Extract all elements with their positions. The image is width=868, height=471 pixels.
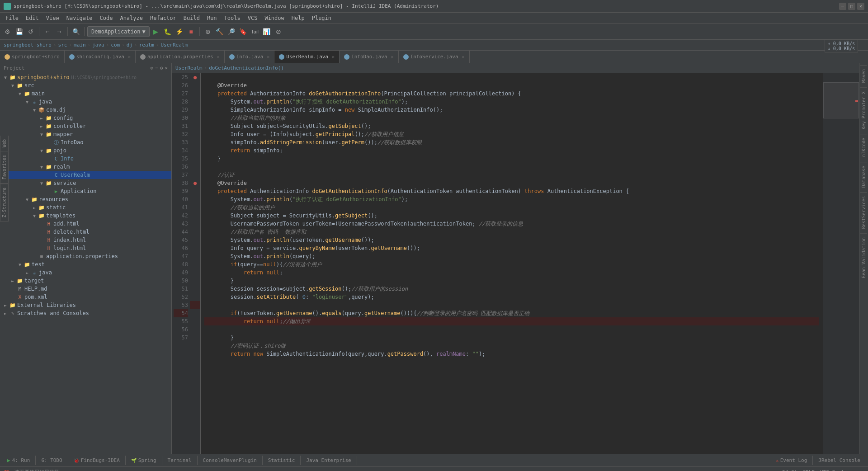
tab-infoservice[interactable]: InfoService.java ✕ bbox=[399, 51, 470, 63]
bottom-tab-statistic[interactable]: Statistic bbox=[263, 456, 301, 465]
tree-application[interactable]: ▶ Application bbox=[0, 187, 171, 195]
tree-index-html[interactable]: H index.html bbox=[0, 236, 171, 244]
stop-button[interactable]: ■ bbox=[186, 26, 197, 37]
bottom-tab-findbugs[interactable]: 🐞 FindBugs-IDEA bbox=[68, 456, 126, 465]
coverage-button[interactable]: ⊕ bbox=[203, 26, 213, 37]
tab-infodao-close[interactable]: ✕ bbox=[391, 54, 394, 59]
breadcrumb-dj[interactable]: dj bbox=[127, 42, 132, 48]
tree-infodao[interactable]: Ⓘ InfoDao bbox=[0, 138, 171, 146]
tree-target[interactable]: ► 📁 target bbox=[0, 277, 171, 285]
breakpoint-38[interactable]: ● bbox=[190, 179, 200, 187]
status-crlf[interactable]: CRLF bbox=[802, 469, 815, 471]
tree-external-libs[interactable]: ► 📁 External Libraries bbox=[0, 301, 171, 309]
status-position[interactable]: 54:31 bbox=[782, 469, 797, 471]
right-tab-keypromoter[interactable]: Key Promoter X bbox=[860, 87, 867, 133]
toolbar-save[interactable]: 💾 bbox=[14, 26, 24, 37]
breadcrumb-src[interactable]: src bbox=[58, 42, 67, 48]
tab-project[interactable]: springboot+shiro bbox=[0, 51, 65, 63]
tab-userrealm-close[interactable]: ✕ bbox=[332, 54, 335, 59]
tree-test[interactable]: ▼ 📁 test bbox=[0, 260, 171, 268]
tab-info-close[interactable]: ✕ bbox=[267, 54, 269, 59]
breadcrumb-realm[interactable]: realm bbox=[139, 42, 154, 48]
close-button[interactable]: ✕ bbox=[857, 3, 864, 10]
bottom-tab-spring[interactable]: 🌱 Spring bbox=[126, 456, 162, 465]
right-tab-database[interactable]: Database bbox=[860, 162, 867, 191]
menu-view[interactable]: View bbox=[42, 14, 63, 22]
tab-infodao[interactable]: InfoDao.java ✕ bbox=[340, 51, 399, 63]
profile-button[interactable]: ⚡ bbox=[174, 26, 185, 37]
code-editor-content[interactable]: @Override protected AuthorizationInfo do… bbox=[201, 73, 823, 454]
maximize-button[interactable]: □ bbox=[848, 3, 855, 10]
minimize-button[interactable]: ─ bbox=[839, 3, 846, 10]
breadcrumb-java[interactable]: java bbox=[92, 42, 104, 48]
tree-userrealm[interactable]: C UserRealm bbox=[0, 171, 171, 179]
tree-static[interactable]: ► 📁 static bbox=[0, 203, 171, 212]
menu-analyze[interactable]: Analyze bbox=[116, 14, 146, 22]
power-button[interactable]: ⊘ bbox=[273, 26, 284, 37]
tree-test-java[interactable]: ► ☕ java bbox=[0, 268, 171, 277]
tree-pom-xml[interactable]: X pom.xml bbox=[0, 293, 171, 301]
right-tab-nikcode[interactable]: nIKcode bbox=[860, 134, 867, 160]
tree-mapper[interactable]: ▼ 📁 mapper bbox=[0, 130, 171, 138]
toolbar-back[interactable]: ← bbox=[42, 26, 53, 37]
toolbar-forward[interactable]: → bbox=[54, 26, 65, 37]
editor-breadcrumb-method[interactable]: doGetAuthenticationInfo() bbox=[209, 65, 284, 71]
minimap-viewport[interactable] bbox=[823, 82, 859, 118]
tree-src[interactable]: ▼ 📁 src bbox=[0, 81, 171, 89]
breakpoint-26[interactable]: ● bbox=[190, 73, 200, 81]
sidebar-add-btn[interactable]: ⊕ bbox=[151, 65, 154, 71]
run-configuration[interactable]: DemoApplication ▼ bbox=[87, 26, 150, 37]
menu-navigate[interactable]: Navigate bbox=[63, 14, 96, 22]
breadcrumb-userrealm[interactable]: UserRealm bbox=[160, 42, 188, 48]
tail-button[interactable]: Tail bbox=[250, 26, 260, 37]
sidebar-collapse-btn[interactable]: ≡ bbox=[155, 65, 158, 71]
bottom-tab-terminal[interactable]: Terminal bbox=[162, 456, 198, 465]
left-tab-z-structure[interactable]: Z-Structure bbox=[0, 184, 9, 221]
window-controls[interactable]: ─ □ ✕ bbox=[839, 3, 864, 10]
tab-shiroconfig-close[interactable]: ✕ bbox=[128, 54, 131, 59]
build-button[interactable]: 🔨 bbox=[214, 26, 225, 37]
tree-main[interactable]: ▼ 📁 main bbox=[0, 89, 171, 98]
menu-tools[interactable]: Tools bbox=[221, 14, 244, 22]
tree-add-html[interactable]: H add.html bbox=[0, 220, 171, 228]
left-tab-web[interactable]: Web bbox=[0, 136, 9, 151]
bookmarks-button[interactable]: 🔖 bbox=[238, 26, 249, 37]
bottom-tab-event-log[interactable]: ⚠ Event Log bbox=[770, 456, 813, 465]
tree-login-html[interactable]: H login.html bbox=[0, 244, 171, 252]
presentation-button[interactable]: 📊 bbox=[261, 26, 272, 37]
toolbar-search-everywhere[interactable]: 🔍 bbox=[71, 26, 81, 37]
right-tab-restservices[interactable]: RestServices bbox=[860, 192, 867, 232]
bottom-tab-jrebel[interactable]: JRebel Console bbox=[813, 456, 866, 465]
run-button[interactable]: ▶ bbox=[151, 26, 161, 37]
tree-help-md[interactable]: M HELP.md bbox=[0, 285, 171, 293]
status-indent[interactable]: 4 spaces bbox=[840, 469, 864, 471]
menu-help[interactable]: Help bbox=[288, 14, 308, 22]
menu-edit[interactable]: Edit bbox=[22, 14, 42, 22]
tree-controller[interactable]: ► 📁 controller bbox=[0, 122, 171, 130]
tree-templates[interactable]: ▼ 📁 templates bbox=[0, 212, 171, 220]
tab-application-properties[interactable]: application.properties ✕ bbox=[136, 51, 225, 63]
menu-plugin[interactable]: Plugin bbox=[308, 14, 335, 22]
menu-file[interactable]: File bbox=[2, 14, 22, 22]
menu-build[interactable]: Build bbox=[180, 14, 203, 22]
tree-config[interactable]: ► 📁 config bbox=[0, 114, 171, 122]
tab-userrealm[interactable]: UserRealm.java ✕ bbox=[274, 51, 340, 63]
menu-code[interactable]: Code bbox=[96, 14, 117, 22]
search-button[interactable]: 🔎 bbox=[226, 26, 237, 37]
tree-info[interactable]: C Info bbox=[0, 155, 171, 163]
menu-run[interactable]: Run bbox=[203, 14, 221, 22]
debug-button[interactable]: 🐛 bbox=[162, 26, 173, 37]
tree-delete-html[interactable]: H delete.html bbox=[0, 228, 171, 236]
bottom-tab-run[interactable]: ▶ 4: Run bbox=[2, 456, 36, 465]
menu-window[interactable]: Window bbox=[261, 14, 288, 22]
tree-resources[interactable]: ▼ 📁 resources bbox=[0, 195, 171, 203]
right-tab-beanvalidation[interactable]: Bean Validation bbox=[860, 233, 867, 282]
tree-com-dj[interactable]: ▼ 📦 com.dj bbox=[0, 106, 171, 114]
tab-shiroconfig[interactable]: shiroConfig.java ✕ bbox=[65, 51, 136, 63]
tree-java[interactable]: ▼ ☕ java bbox=[0, 98, 171, 106]
status-encoding[interactable]: UTF-8 bbox=[820, 469, 835, 471]
tree-pojo[interactable]: ▼ 📁 pojo bbox=[0, 146, 171, 155]
tree-service[interactable]: ▼ 📁 service bbox=[0, 179, 171, 187]
tab-infoservice-close[interactable]: ✕ bbox=[462, 54, 465, 59]
right-tab-maven[interactable]: Maven bbox=[860, 65, 867, 86]
